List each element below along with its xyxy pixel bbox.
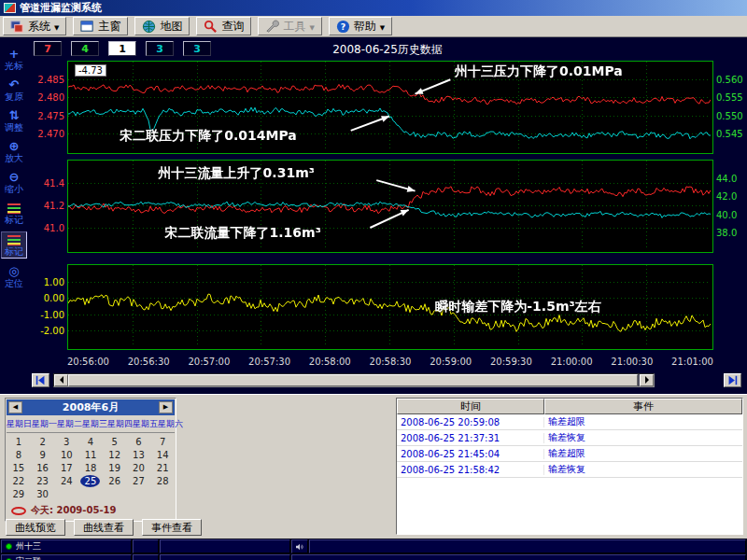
chart-annotation: 州十三流量上升了0.31m³	[159, 165, 315, 182]
sidebar-item-label: 放大	[5, 153, 23, 163]
help-button[interactable]: ? 帮助	[329, 17, 392, 35]
axis-tick-label: 40.0	[716, 210, 737, 220]
calendar-day[interactable]: 16	[31, 462, 55, 474]
event-row[interactable]: 2008-06-25 21:58:42输差恢复	[397, 462, 742, 478]
app-window: 管道泄漏监测系统 系统 主窗 地图 查询 工具 ? 帮助	[0, 0, 747, 560]
legend-icon	[7, 235, 21, 245]
sidebar-item-cursor[interactable]: + 光标	[1, 47, 27, 72]
calendar-day[interactable]: 26	[103, 475, 127, 487]
calendar-weekday-label: 星期三	[82, 418, 107, 430]
calendar-day[interactable]: 20	[127, 462, 151, 474]
event-column-header[interactable]: 事件	[544, 399, 742, 414]
main-window-icon	[80, 20, 94, 34]
sidebar-item-mark-1[interactable]: 标记	[1, 201, 27, 226]
calendar-day[interactable]: 2	[31, 436, 55, 448]
main-window-button[interactable]: 主窗	[73, 17, 128, 35]
calendar-day[interactable]: 12	[103, 449, 127, 461]
cursor-readout: -4.73	[75, 64, 106, 77]
sidebar-item-zoom-in[interactable]: ⊕ 放大	[1, 139, 27, 164]
axis-tick-label: 2.475	[37, 111, 64, 121]
calendar-day[interactable]: 23	[31, 475, 55, 487]
speaker-icon[interactable]	[291, 539, 308, 553]
scroll-left-arrow[interactable]	[54, 374, 68, 386]
status-indicator-icon	[6, 543, 12, 550]
calendar-weekday-label: 星期日	[7, 418, 32, 430]
calendar-day[interactable]: 28	[150, 475, 175, 487]
calendar-day[interactable]: 6	[127, 436, 151, 448]
event-row[interactable]: 2008-06-25 21:45:04输差超限	[397, 446, 742, 462]
sidebar-item-label: 调整	[5, 122, 23, 133]
event-row[interactable]: 2008-06-25 21:37:31输差恢复	[397, 430, 742, 446]
calendar-day[interactable]: 7	[150, 436, 175, 448]
calendar-day[interactable]: 4	[78, 436, 103, 448]
scroll-right-arrow[interactable]	[640, 374, 654, 386]
calendar-next-button[interactable]	[159, 401, 173, 413]
event-time-cell: 2008-06-25 21:37:31	[397, 433, 544, 443]
difference-plot-area[interactable]: 瞬时输差下降为-1.5m³左右	[67, 264, 713, 350]
scrollbar-thumb[interactable]	[68, 374, 638, 386]
calendar-day[interactable]: 15	[7, 462, 31, 474]
station-name: 州十三	[16, 540, 41, 553]
calendar-day[interactable]: 17	[54, 462, 78, 474]
calendar-day[interactable]: 9	[31, 449, 55, 461]
sidebar-item-label: 标记	[5, 246, 23, 257]
calendar-day[interactable]: 3	[54, 436, 78, 448]
calendar-day[interactable]: 29	[7, 488, 31, 500]
calendar: 2008年6月 星期日星期一星期二星期三星期四星期五星期六 1234567891…	[5, 398, 176, 522]
calendar-day[interactable]: 14	[150, 449, 175, 461]
map-button[interactable]: 地图	[134, 17, 190, 35]
calendar-title: 2008年6月	[63, 400, 119, 414]
chart-scroll-row	[32, 372, 741, 387]
calendar-day[interactable]: 19	[103, 462, 127, 474]
pressure-left-axis: 2.4852.4802.4752.470	[30, 61, 67, 154]
event-name-cell: 输差恢复	[544, 463, 742, 476]
event-view-button[interactable]: 事件查看	[142, 519, 202, 536]
time-scrollbar[interactable]	[53, 373, 655, 387]
calendar-prev-button[interactable]	[8, 401, 22, 413]
calendar-day[interactable]: 27	[127, 475, 151, 487]
station-status-2: 宋二联	[1, 554, 132, 560]
tools-label: 工具	[283, 19, 305, 35]
calendar-day[interactable]: 1	[7, 436, 31, 448]
chart-header: 7 4 1 3 3 2008-06-25历史数据	[28, 40, 747, 57]
undo-icon: ↶	[1, 78, 27, 91]
sidebar-item-adjust[interactable]: ⇅ 调整	[1, 108, 27, 133]
curve-view-button[interactable]: 曲线查看	[74, 519, 134, 536]
calendar-day[interactable]: 25	[78, 475, 103, 487]
calendar-day[interactable]: 22	[7, 475, 31, 487]
event-row[interactable]: 2008-06-25 20:59:08输差超限	[397, 414, 742, 430]
calendar-day[interactable]: 13	[127, 449, 151, 461]
calendar-day[interactable]: 8	[7, 449, 31, 461]
query-button[interactable]: 查询	[196, 17, 251, 35]
skip-to-start-button[interactable]	[32, 373, 49, 387]
x-axis-tick-label: 20:59:00	[430, 357, 472, 367]
sidebar-item-locate[interactable]: ◎ 定位	[1, 264, 27, 289]
calendar-day[interactable]: 21	[150, 462, 175, 474]
status-segment	[133, 554, 159, 560]
flow-chart: 41.441.241.0 州十三流量上升了0.31m³宋二联流量下降了1.16m…	[30, 160, 745, 253]
calendar-day[interactable]: 5	[103, 436, 127, 448]
calendar-today-row[interactable]: 今天: 2009-05-19	[7, 502, 175, 520]
status-row-2: 宋二联	[0, 554, 747, 560]
skip-to-end-button[interactable]	[724, 373, 741, 387]
status-row-1: 州十三	[0, 539, 747, 553]
calendar-day[interactable]: 11	[78, 449, 103, 461]
calendar-day[interactable]: 24	[54, 475, 78, 487]
flow-plot-area[interactable]: 州十三流量上升了0.31m³宋二联流量下降了1.16m³	[67, 160, 713, 253]
sidebar-item-zoom-out[interactable]: ⊖ 缩小	[1, 170, 27, 195]
time-column-header[interactable]: 时间	[397, 399, 544, 414]
calendar-day[interactable]: 18	[78, 462, 103, 474]
calendar-day[interactable]: 30	[31, 488, 55, 500]
flow-left-axis: 41.441.241.0	[30, 160, 67, 253]
event-table-header: 时间 事件	[397, 399, 742, 414]
event-name-cell: 输差超限	[544, 447, 742, 460]
calendar-day[interactable]: 10	[54, 449, 78, 461]
menu-system-button[interactable]: 系统	[3, 17, 66, 35]
tools-button[interactable]: 工具	[258, 17, 321, 35]
sidebar-item-restore[interactable]: ↶ 复原	[1, 77, 27, 103]
calendar-selected-day[interactable]: 25	[80, 475, 100, 487]
curve-preview-button[interactable]: 曲线预览	[6, 519, 65, 536]
pressure-plot-area[interactable]: 州十三压力下降了0.01MPa宋二联压力下降了0.014MPa-4.73	[67, 61, 713, 154]
sidebar-item-mark-2[interactable]: 标记	[1, 231, 27, 259]
calendar-day	[54, 488, 78, 500]
